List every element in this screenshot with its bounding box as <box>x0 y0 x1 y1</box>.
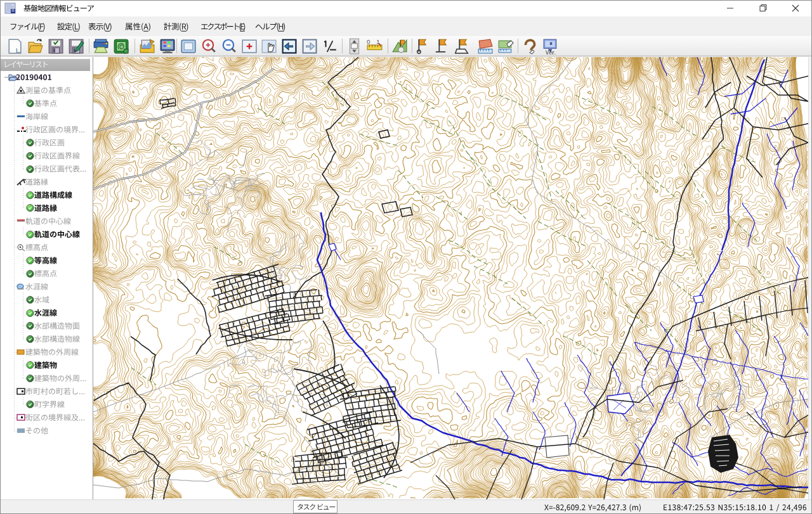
svg-text:0: 0 <box>367 38 370 45</box>
